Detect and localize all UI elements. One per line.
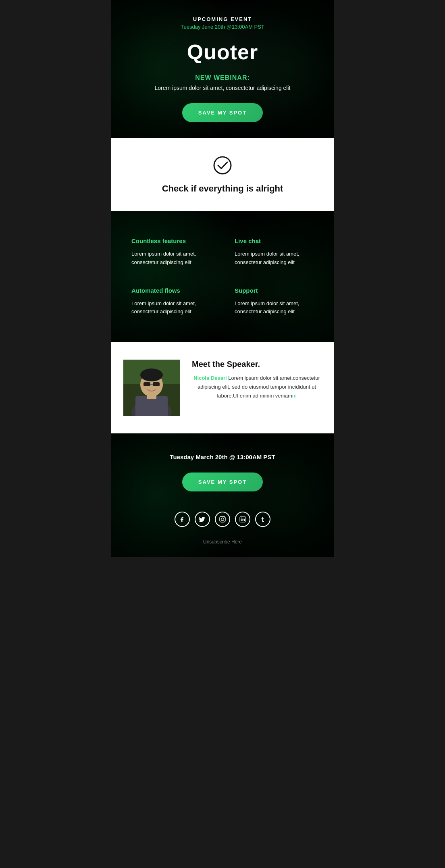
brand-title: Quoter: [123, 40, 322, 64]
feature-desc-3: Lorem ipsum dolor sit amet, consectetur …: [235, 300, 314, 316]
svg-point-12: [221, 518, 224, 521]
speaker-info: Meet the Speaker. Nicola Desari Lorem ip…: [192, 360, 322, 400]
footer-date: Tuesday March 20th @ 13:00AM PST: [123, 454, 322, 460]
email-container: UPCOMING EVENT Tuesday June 20th @13:00A…: [111, 0, 334, 557]
feature-item-3: Support Lorem ipsum dolor sit amet, cons…: [222, 277, 326, 327]
svg-point-13: [224, 517, 225, 518]
webinar-desc: Lorem ipsum dolor sit amet, consectetur …: [123, 85, 322, 91]
speaker-name: Nicola Desari: [193, 375, 227, 381]
webinar-label: NEW WEBINAR:: [123, 74, 322, 81]
features-section: Countless features Lorem ipsum dolor sit…: [111, 211, 334, 342]
svg-point-7: [140, 368, 163, 381]
check-title: Check if everything is alright: [123, 183, 322, 194]
hero-section: UPCOMING EVENT Tuesday June 20th @13:00A…: [111, 0, 334, 138]
feature-desc-2: Lorem ipsum dolor sit amet, consectetur …: [131, 300, 210, 316]
speaker-section: Meet the Speaker. Nicola Desari Lorem ip…: [111, 343, 334, 432]
svg-point-0: [214, 157, 231, 174]
event-date: Tuesday June 20th @13:00AM PST: [123, 24, 322, 30]
svg-rect-8: [143, 382, 150, 386]
footer-section: Tuesday March 20th @ 13:00AM PST SAVE MY…: [111, 433, 334, 557]
svg-rect-9: [153, 382, 160, 386]
footer-cta-button[interactable]: SAVE MY SPOT: [182, 473, 263, 491]
check-icon: [123, 156, 322, 179]
speaker-bio: Nicola Desari Lorem ipsum dolor sit amet…: [192, 374, 322, 400]
facebook-icon[interactable]: [175, 512, 190, 527]
svg-rect-4: [135, 396, 168, 416]
speaker-bio-end: m: [292, 393, 297, 399]
feature-title-0: Countless features: [131, 237, 210, 244]
feature-item-2: Automated flows Lorem ipsum dolor sit am…: [119, 277, 222, 327]
social-icons-group: [123, 512, 322, 527]
footer-cta-wrapper: SAVE MY SPOT: [123, 473, 322, 491]
hero-cta-button[interactable]: SAVE MY SPOT: [182, 103, 263, 122]
unsubscribe-link[interactable]: Unsubscribe Here: [123, 539, 322, 545]
instagram-icon[interactable]: [215, 512, 230, 527]
tumblr-icon[interactable]: [255, 512, 270, 527]
linkedin-icon[interactable]: [235, 512, 250, 527]
feature-title-2: Automated flows: [131, 287, 210, 294]
feature-item-0: Countless features Lorem ipsum dolor sit…: [119, 227, 222, 277]
svg-rect-11: [220, 516, 225, 522]
feature-title-1: Live chat: [235, 237, 314, 244]
feature-desc-0: Lorem ipsum dolor sit amet, consectetur …: [131, 250, 210, 267]
check-section: Check if everything is alright: [111, 139, 334, 210]
upcoming-label: UPCOMING EVENT: [123, 16, 322, 22]
svg-rect-15: [241, 519, 242, 521]
speaker-photo: [123, 360, 180, 416]
feature-desc-1: Lorem ipsum dolor sit amet, consectetur …: [235, 250, 314, 267]
feature-item-1: Live chat Lorem ipsum dolor sit amet, co…: [222, 227, 326, 277]
svg-point-16: [241, 518, 242, 518]
twitter-icon[interactable]: [195, 512, 210, 527]
features-grid: Countless features Lorem ipsum dolor sit…: [119, 227, 326, 326]
feature-title-3: Support: [235, 287, 314, 294]
speaker-section-title: Meet the Speaker.: [192, 360, 322, 369]
